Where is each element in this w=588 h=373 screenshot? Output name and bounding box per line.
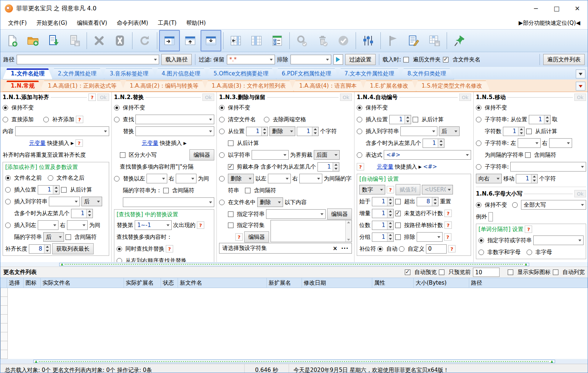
expand-arrow-icon[interactable]: ▶ [419, 165, 421, 169]
settings-sliders-icon[interactable] [358, 30, 379, 51]
ok-button[interactable]: Ok [459, 94, 471, 101]
substring-combo[interactable] [510, 162, 586, 172]
open-folder-icon[interactable] [23, 30, 43, 51]
front-back-select[interactable]: 后面 [314, 150, 340, 160]
right-delim-combo[interactable] [549, 138, 572, 148]
sub-tab-5[interactable]: 1.E.扩展名修改 [362, 81, 417, 92]
col-original-name[interactable]: 实际文件名 [41, 278, 124, 288]
layout-right-icon[interactable] [159, 30, 180, 51]
spec-string-checkbox[interactable] [228, 211, 233, 217]
radio-pad-add[interactable] [43, 117, 49, 122]
radio-clear-name[interactable] [219, 117, 225, 122]
right-delim-combo[interactable] [67, 220, 88, 230]
clear-icon[interactable]: × [333, 245, 337, 252]
before-after-select[interactable]: 后 [439, 126, 460, 136]
position-spinner[interactable]: 1 [529, 115, 551, 124]
position-spinner[interactable]: 1 [246, 127, 268, 136]
include-sep-checkbox[interactable] [245, 188, 251, 193]
collapse-icon[interactable]: ▲ [35, 360, 37, 363]
insert-string-combo[interactable] [400, 126, 437, 136]
expression-combo[interactable]: <#> [384, 150, 471, 160]
maximize-button[interactable]: □ [546, 0, 567, 17]
edit-log-icon[interactable] [403, 30, 424, 51]
insert-pos-spinner[interactable]: 1 [38, 185, 60, 194]
count-spinner[interactable]: 1 [297, 127, 319, 136]
columns-adjust-icon[interactable] [246, 30, 267, 51]
radio-trim-spaces[interactable] [264, 117, 269, 122]
radio-from-position[interactable] [219, 129, 225, 134]
splitter-grip[interactable]: ▲▲ [33, 360, 555, 363]
start-spinner[interactable]: 1 [372, 197, 394, 206]
radio-substring-delim[interactable] [476, 140, 481, 146]
assign-target-select[interactable]: <USER0> [422, 185, 453, 194]
main-tab-5[interactable]: 6.PDF文档属性处理 [273, 68, 339, 79]
separator-combo[interactable] [533, 235, 584, 245]
group-spinner[interactable]: 1 [372, 233, 394, 242]
case-sensitive-checkbox[interactable] [120, 152, 125, 158]
count-from-end-checkbox[interactable] [526, 129, 532, 134]
find-combo[interactable] [135, 115, 214, 124]
help-icon[interactable]: ? [387, 186, 394, 193]
close-button[interactable]: ✕ [567, 0, 588, 17]
insert-pos-spinner[interactable]: 1 [389, 115, 411, 124]
menu-item-1[interactable]: 开始更名(G) [31, 20, 72, 27]
exclude-checkbox[interactable] [395, 234, 401, 240]
col-size[interactable]: 大小(Bytes) [414, 278, 469, 288]
radio-keep[interactable] [357, 105, 362, 111]
main-tab-3[interactable]: 4.图片信息处理 [154, 68, 208, 79]
sub-tab-4[interactable]: 1.A.高级(4)：语言脚本 [291, 81, 364, 92]
main-tab-0[interactable]: 1.文件名处理 [3, 68, 53, 79]
col-select[interactable]: 选择 [7, 278, 24, 288]
radio-delete-between[interactable] [219, 176, 225, 182]
spec-string-combo[interactable] [266, 209, 326, 219]
expand-arrow-icon[interactable]: ▶ [184, 141, 187, 146]
sub-tab-2[interactable]: 1.A.高级(2)：编码与转换等 [122, 81, 206, 92]
custom-pad-input[interactable]: 0 [426, 244, 447, 254]
radio-keep[interactable] [476, 105, 481, 111]
radio-direct-add[interactable] [3, 117, 8, 122]
delete-icon[interactable] [89, 30, 110, 51]
help-icon[interactable]: ? [75, 139, 83, 147]
assign-to-button[interactable]: 赋值到 [396, 184, 420, 195]
main-tab-2[interactable]: 3.音乐标签处理 [101, 68, 156, 79]
radio-keep[interactable] [114, 105, 120, 111]
help-icon[interactable]: ? [235, 233, 243, 241]
number-type-select[interactable]: 数字 [359, 185, 385, 194]
help-icon[interactable]: ? [444, 221, 452, 229]
preset-charset-bar[interactable]: 请选择预设字符集×··· [219, 243, 352, 254]
charset-textarea[interactable] [271, 220, 352, 242]
radio-in-filename[interactable] [219, 200, 225, 205]
menu-item-0[interactable]: 文件(F) [3, 20, 31, 27]
layout-top-icon[interactable] [180, 30, 201, 51]
quick-locate-label[interactable]: ▶部分功能快速定位(Q)◀ [518, 20, 585, 27]
charset-checkbox[interactable] [228, 223, 233, 228]
col-original-ext[interactable]: 实际扩展名 [124, 278, 161, 288]
help-icon[interactable]: ? [88, 94, 96, 101]
sub-tab-3[interactable]: 1.A.高级(3)：文件名对照列表 [204, 81, 294, 92]
radio-spec-separator[interactable] [478, 238, 484, 243]
radio-sequential[interactable] [117, 258, 122, 262]
radio-keep[interactable] [3, 105, 8, 111]
boundary-string-combo[interactable] [252, 150, 289, 160]
per-path-checkbox[interactable] [395, 223, 401, 228]
editor-button[interactable]: 编辑器 [189, 149, 214, 160]
ok-button[interactable]: Ok [574, 190, 586, 197]
export-table-icon[interactable] [424, 30, 445, 51]
charset-editor-button[interactable]: 编辑器 [244, 231, 269, 243]
load-path-button[interactable]: 载入路径 [161, 54, 192, 65]
menu-item-2[interactable]: 编辑查看(V) [72, 20, 112, 27]
help-icon[interactable]: ? [76, 116, 83, 123]
digits-spinner[interactable]: 1 [372, 221, 394, 230]
increment-spinner[interactable]: 1 [372, 209, 394, 218]
help-icon[interactable]: ? [448, 245, 456, 252]
exclude-combo[interactable] [417, 232, 443, 242]
right-delim-combo[interactable] [299, 174, 322, 183]
radio-substring-pos[interactable] [476, 117, 481, 122]
col-new-name[interactable]: 新文件名 [178, 278, 267, 288]
insert-string-combo[interactable] [49, 197, 80, 206]
multi-nth-spinner[interactable]: 1 [71, 209, 93, 218]
clear-list-icon[interactable] [110, 30, 130, 51]
between-value-combo[interactable] [123, 197, 214, 207]
menu-item-4[interactable]: 工具(T) [153, 20, 181, 27]
col-new-ext[interactable]: 新扩展名 [267, 278, 302, 288]
